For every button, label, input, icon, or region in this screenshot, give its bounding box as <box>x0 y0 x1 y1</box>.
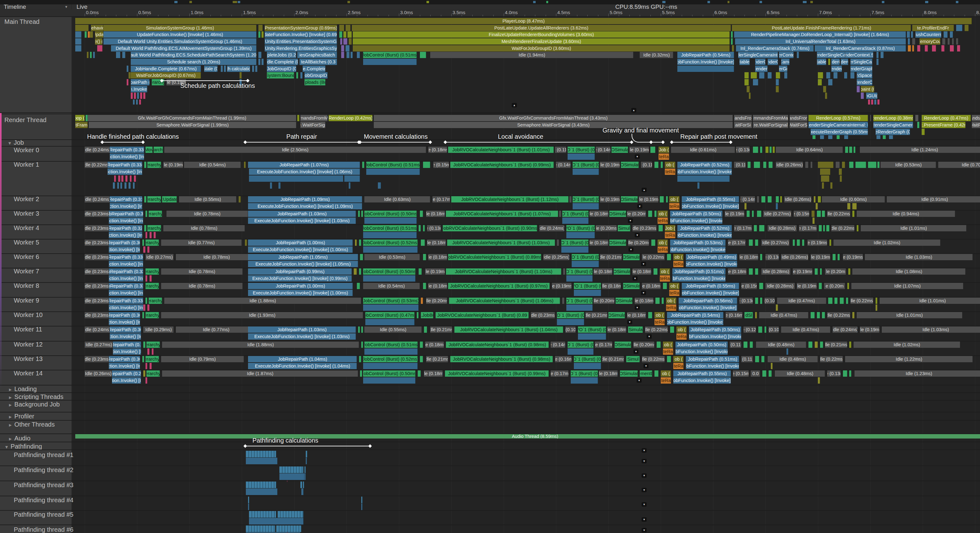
timeline-bar-worker-13[interactable]: (0.11 <box>741 356 753 362</box>
timeline-bar-worker-2[interactable]: JobRepairPath (1.09ms) <box>248 196 362 203</box>
timeline-bar-worker-5[interactable]: Idle (1.02ms) <box>834 239 940 246</box>
timeline-bar-worker-4[interactable]: Idle (0.23ms) <box>633 225 657 231</box>
flow-event-down-icon[interactable]: ▾ <box>642 459 647 463</box>
timeline-bar-worker-8[interactable]: HierarchyLo <box>145 283 159 289</box>
timeline-bar-fragment-pathfinding-thread-1[interactable] <box>246 451 276 457</box>
timeline-bar-main-thread[interactable]: erConte <box>779 52 794 58</box>
timeline-bar-fragment-pathfinding-thread-3[interactable] <box>246 488 277 495</box>
flow-event-down-icon[interactable]: ▾ <box>642 502 647 507</box>
timeline-bar-fragment-worker-3[interactable] <box>648 211 652 217</box>
timeline-bar-worker-8[interactable]: dle (0.18m <box>602 283 621 289</box>
timeline-bar-fragment-render-thread[interactable] <box>883 135 886 139</box>
timeline-bar-fragment-main-thread[interactable] <box>857 86 860 92</box>
timeline-bar-worker-14[interactable]: Idle (1.87ms) <box>162 370 358 377</box>
timeline-bar-fragment-worker-1[interactable] <box>821 176 829 182</box>
timeline-bar-render-thread[interactable]: fx.PresentFrame (0.42m <box>922 122 966 128</box>
timeline-bar-fragment-worker-2[interactable] <box>780 196 783 203</box>
timeline-bar-render-thread[interactable]: andsFro <box>734 115 752 121</box>
timeline-bar-fragment-pathfinding-thread-2[interactable] <box>279 466 304 473</box>
timeline-bar-render-thread[interactable]: VaitForSi <box>972 122 980 128</box>
timeline-bar-worker-9[interactable]: e (0.13n <box>740 298 753 304</box>
timeline-bar-fragment-main-thread[interactable] <box>753 79 758 85</box>
timeline-bar-worker-9[interactable]: dle (0.23ms <box>85 298 109 304</box>
timeline-bar-fragment-main-thread[interactable] <box>341 45 344 51</box>
timeline-bar-fragment-pathfinding-thread-4[interactable] <box>248 503 249 510</box>
sidebar-item-other-threads[interactable]: ►Other Threads <box>8 421 54 429</box>
timeline-bar-fragment-worker-12[interactable] <box>364 348 418 355</box>
timeline-bar-worker-5[interactable]: JobRepairPath (1.00ms) <box>248 239 353 246</box>
timeline-bar-worker-5[interactable]: JobRVOCalculateNeighbours`1 (Burst) (1.0… <box>447 239 555 246</box>
timeline-bar-worker-6[interactable]: JobRepairPath (0.49ms) <box>686 254 737 260</box>
timeline-bar-fragment-worker-13[interactable] <box>363 363 418 369</box>
timeline-bar-fragment-worker-10[interactable] <box>822 312 825 318</box>
timeline-bar-fragment-worker-0[interactable] <box>765 147 768 153</box>
timeline-bar-fragment-worker-14[interactable] <box>363 377 415 384</box>
timeline-bar-worker-9[interactable]: JobFunction.Invoke() [Invoke] ( <box>679 305 737 311</box>
timeline-bar-fragment-main-thread[interactable] <box>90 52 92 58</box>
timeline-bar-fragment-render-thread[interactable] <box>86 115 88 121</box>
timeline-bar-fragment-worker-13[interactable] <box>359 356 361 362</box>
timeline-bar-fragment-worker-13[interactable] <box>755 356 759 362</box>
timeline-bar-worker-7[interactable]: ExecuteJobFunction.Invoke() [Invoke] (0.… <box>248 275 352 282</box>
timeline-bar-fragment-render-thread[interactable] <box>828 135 832 139</box>
timeline-bar-worker-1[interactable]: Idle (0.70ms) <box>938 162 980 168</box>
timeline-bar-fragment-worker-6[interactable] <box>667 254 671 260</box>
timeline-bar-worker-12[interactable]: JobRVOCalculateNeighbours`1 (Burst) (0.9… <box>446 342 549 348</box>
timeline-bar-fragment-worker-7[interactable] <box>354 268 357 274</box>
timeline-bar-worker-2[interactable]: HierarchyLo <box>147 196 161 203</box>
sidebar-item-pathfinding-thread-4[interactable]: Pathfinding thread #4 <box>14 496 73 504</box>
timeline-bar-fragment-worker-5[interactable] <box>755 239 758 246</box>
timeline-bar-fragment-main-thread[interactable] <box>823 86 826 92</box>
timeline-bar-fragment-main-thread[interactable] <box>844 72 847 78</box>
timeline-bar-worker-14[interactable]: e (0.15m <box>733 370 749 377</box>
timeline-bar-worker-1[interactable]: dle (0.22ms <box>85 162 108 168</box>
timeline-bar-fragment-pathfinding-thread-3[interactable] <box>301 488 304 495</box>
timeline-bar-fragment-main-thread[interactable] <box>768 72 772 78</box>
flow-event-down-icon[interactable]: ▾ <box>642 488 647 492</box>
timeline-bar-worker-8[interactable]: nction.Invoke() [Inv <box>109 290 143 296</box>
timeline-bar-main-thread[interactable]: Render ( <box>755 65 768 72</box>
timeline-bar-fragment-main-thread[interactable] <box>252 65 255 72</box>
timeline-bar-main-thread[interactable]: JobHandle.Complete (0.67ms) <box>131 65 201 72</box>
timeline-bar-worker-14[interactable]: e (0.13n <box>827 370 841 377</box>
timeline-bar-fragment-main-thread[interactable] <box>731 31 733 38</box>
timeline-bar-main-thread[interactable]: iesGraphicsBatch <box>297 52 337 58</box>
timeline-bar-worker-1[interactable]: bRepairPath (0.33m <box>108 162 142 168</box>
timeline-bar-worker-1[interactable]: ob ( <box>665 162 675 168</box>
timeline-bar-fragment-worker-9[interactable] <box>662 298 664 304</box>
timeline-bar-worker-0[interactable]: VO`1 (Burst) (0.2 <box>568 147 595 153</box>
sidebar-item-profiler[interactable]: ►Profiler <box>8 412 34 421</box>
timeline-bar-fragment-worker-9[interactable] <box>566 305 593 311</box>
timeline-bar-fragment-worker-8[interactable] <box>759 283 763 289</box>
timeline-bar-fragment-worker-4[interactable] <box>418 225 421 231</box>
timeline-bar-fragment-render-thread[interactable] <box>917 122 920 128</box>
timeline-bar-fragment-worker-12[interactable] <box>152 348 154 355</box>
timeline-bar-main-thread[interactable]: enderGr <box>755 59 765 65</box>
timeline-bar-worker-5[interactable]: Idle (0.23ms) <box>85 239 109 246</box>
timeline-bar-worker-6[interactable]: dle (0.21ms <box>600 254 622 260</box>
timeline-bar-fragment-worker-10[interactable] <box>817 312 820 318</box>
timeline-bar-worker-3[interactable]: dle (0.20ms <box>627 211 646 217</box>
timeline-bar-worker-11[interactable]: ob ( <box>676 326 687 333</box>
timeline-bar-worker-4[interactable]: VO`1 (Burst) (0. <box>566 225 595 231</box>
timeline-bar-fragment-main-thread[interactable] <box>861 93 864 99</box>
timeline-bar-fragment-worker-10[interactable] <box>755 312 757 318</box>
timeline-bar-fragment-worker-8[interactable] <box>574 290 601 296</box>
timeline-bar-fragment-worker-1[interactable] <box>697 182 700 189</box>
timeline-bar-worker-3[interactable]: ExecuteJobFunction.Invoke() [Invoke] (1.… <box>248 217 356 224</box>
timeline-bar-worker-11[interactable]: teRa <box>676 334 687 340</box>
timeline-bar-worker-2[interactable]: Idle (0.91ms) <box>887 196 980 203</box>
timeline-bar-fragment-worker-12[interactable] <box>750 342 753 348</box>
timeline-bar-worker-10[interactable]: dle (0.18ms <box>627 312 646 318</box>
timeline-bar-worker-13[interactable]: Idle (0.48ms) <box>768 356 818 362</box>
flow-event-down-icon[interactable]: ▾ <box>633 276 638 281</box>
timeline-bar-fragment-main-thread[interactable] <box>221 65 223 72</box>
timeline-bar-main-thread[interactable]: n.Invoke( <box>131 86 147 92</box>
timeline-bar-worker-4[interactable]: Idle (0.78ms) <box>163 225 245 231</box>
timeline-bar-audio[interactable]: Audio Thread (8.59ms) <box>75 434 980 439</box>
timeline-bar-fragment-main-thread[interactable] <box>136 99 138 105</box>
timeline-bar-fragment-main-thread[interactable] <box>818 79 822 85</box>
timeline-bar-fragment-pathfinding-thread-6[interactable] <box>276 525 301 532</box>
timeline-bar-fragment-pathfinding-thread-2[interactable] <box>279 473 304 480</box>
timeline-bar-main-thread[interactable]: WaitForJobGroupID (0.67ms) <box>131 72 201 78</box>
